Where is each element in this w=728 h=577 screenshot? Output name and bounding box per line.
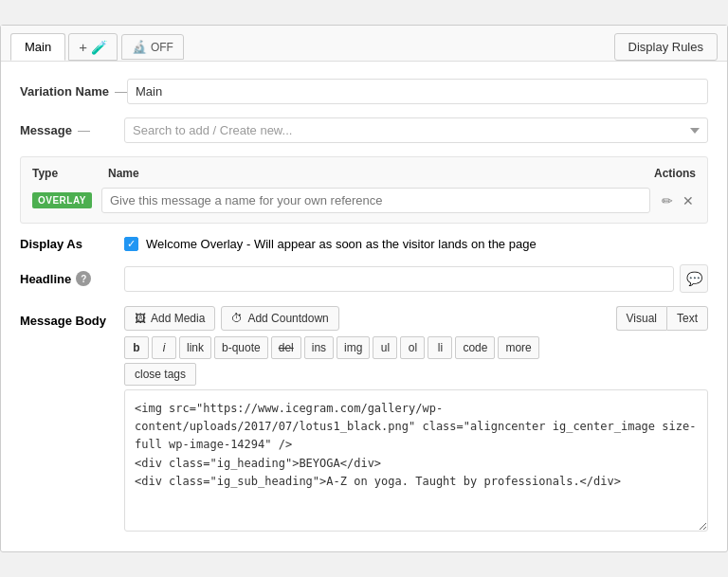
plus-icon: + bbox=[79, 39, 87, 55]
message-row: Message — Search to add / Create new... bbox=[20, 117, 708, 143]
visual-tab-button[interactable]: Visual bbox=[616, 306, 666, 331]
edit-button[interactable]: ✏ bbox=[660, 191, 675, 210]
add-media-button[interactable]: 🖼 Add Media bbox=[124, 306, 215, 331]
editor-wrap: 🖼 Add Media ⏱ Add Countdown Visual Text bbox=[124, 306, 708, 534]
editor-toolbar-bottom: close tags bbox=[124, 363, 708, 386]
editor-toolbar-top: 🖼 Add Media ⏱ Add Countdown Visual Text bbox=[124, 306, 708, 331]
message-name-input[interactable] bbox=[101, 188, 650, 213]
fmt-li-button[interactable]: li bbox=[428, 336, 452, 359]
display-rules-button[interactable]: Display Rules bbox=[614, 33, 718, 61]
delete-button[interactable]: ✕ bbox=[681, 191, 696, 210]
fmt-del-button[interactable]: del bbox=[271, 336, 301, 359]
display-as-label: Display As bbox=[20, 237, 124, 251]
fmt-ul-button[interactable]: ul bbox=[373, 336, 397, 359]
overlay-badge: OVERLAY bbox=[32, 192, 92, 208]
headline-input[interactable] bbox=[124, 266, 674, 292]
message-type-section: Type Name Actions OVERLAY ✏ ✕ bbox=[20, 156, 708, 224]
message-type-data-row: OVERLAY ✏ ✕ bbox=[32, 188, 696, 213]
message-type-header-row: Type Name Actions bbox=[32, 167, 696, 180]
fmt-ins-button[interactable]: ins bbox=[304, 336, 334, 359]
headline-label: Headline ? bbox=[20, 271, 124, 286]
beaker-icon: 🔬 bbox=[132, 40, 147, 54]
fmt-italic-button[interactable]: i bbox=[152, 336, 176, 359]
tab-toggle[interactable]: 🔬 OFF bbox=[121, 34, 184, 60]
variation-name-label: Variation Name — bbox=[20, 84, 127, 99]
message-body-label: Message Body bbox=[20, 306, 124, 328]
message-label: Message — bbox=[20, 123, 124, 137]
display-as-content: Welcome Overlay - Will appear as soon as… bbox=[124, 237, 537, 251]
message-select[interactable]: Search to add / Create new... bbox=[124, 117, 708, 143]
action-icons: ✏ ✕ bbox=[660, 191, 696, 210]
col-actions-header: Actions bbox=[654, 167, 696, 180]
close-tags-button[interactable]: close tags bbox=[124, 363, 196, 386]
speech-icon: 💬 bbox=[686, 271, 702, 286]
display-as-checkbox[interactable] bbox=[124, 237, 138, 251]
content-area: Variation Name — Message — Search to add… bbox=[1, 62, 727, 551]
speech-icon-button[interactable]: 💬 bbox=[680, 264, 708, 293]
fmt-more-button[interactable]: more bbox=[498, 336, 538, 359]
fmt-code-button[interactable]: code bbox=[455, 336, 495, 359]
media-icon: 🖼 bbox=[135, 312, 146, 325]
tab-bar: Main + 🧪 🔬 OFF Display Rules bbox=[1, 26, 727, 62]
toolbar-right: Visual Text bbox=[616, 306, 708, 331]
headline-row: Headline ? 💬 bbox=[20, 264, 708, 293]
message-body-section: Message Body 🖼 Add Media ⏱ Add Countdown bbox=[20, 306, 708, 534]
tab-add[interactable]: + 🧪 bbox=[68, 33, 118, 61]
countdown-icon: ⏱ bbox=[231, 312, 243, 325]
variation-name-input[interactable] bbox=[127, 79, 708, 104]
tab-main-label: Main bbox=[25, 40, 51, 54]
fmt-img-button[interactable]: img bbox=[337, 336, 370, 359]
variation-name-row: Variation Name — bbox=[20, 79, 708, 104]
col-name-header: Name bbox=[108, 167, 654, 180]
add-countdown-button[interactable]: ⏱ Add Countdown bbox=[221, 306, 338, 331]
main-container: Main + 🧪 🔬 OFF Display Rules Variation N… bbox=[0, 25, 728, 552]
help-icon[interactable]: ? bbox=[76, 271, 91, 286]
headline-input-wrap: 💬 bbox=[124, 264, 708, 293]
tab-main[interactable]: Main bbox=[10, 33, 65, 61]
display-as-row: Display As Welcome Overlay - Will appear… bbox=[20, 237, 708, 251]
fmt-bquote-button[interactable]: b-quote bbox=[214, 336, 268, 359]
text-tab-button[interactable]: Text bbox=[666, 306, 708, 331]
fmt-link-button[interactable]: link bbox=[179, 336, 211, 359]
editor-toolbar-mid: b i link b-quote del ins img ul ol li co… bbox=[124, 336, 708, 359]
fmt-bold-button[interactable]: b bbox=[124, 336, 149, 359]
fmt-ol-button[interactable]: ol bbox=[400, 336, 425, 359]
toolbar-left: 🖼 Add Media ⏱ Add Countdown bbox=[124, 306, 339, 331]
col-type-header: Type bbox=[32, 167, 108, 180]
message-body-editor[interactable]: <img src="https://www.icegram.com/galler… bbox=[124, 389, 708, 532]
display-as-text: Welcome Overlay - Will appear as soon as… bbox=[146, 237, 537, 251]
flask-icon: 🧪 bbox=[91, 40, 107, 55]
toggle-off-label: OFF bbox=[151, 41, 173, 54]
